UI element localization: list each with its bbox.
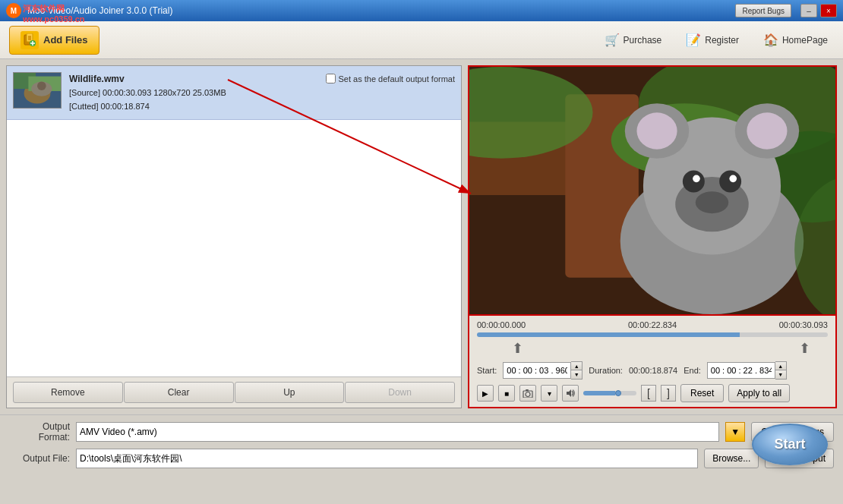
file-source: [Source] 00:00:30.093 1280x720 25.03MB xyxy=(69,87,318,100)
register-icon: 📝 xyxy=(686,33,701,48)
output-file-row: Output File: Browse... Open Output xyxy=(9,449,834,468)
start-button[interactable]: Start xyxy=(752,424,828,465)
video-preview xyxy=(468,65,837,316)
start-time-down[interactable]: ▼ xyxy=(571,370,582,379)
close-button[interactable]: × xyxy=(820,4,837,17)
playback-controls: ▶ ■ ▾ xyxy=(477,384,828,402)
homepage-icon: 🏠 xyxy=(763,33,778,48)
start-time-input-group[interactable]: ▲ ▼ xyxy=(503,361,583,380)
bracket-right-button[interactable]: ] xyxy=(661,385,676,402)
remove-button[interactable]: Remove xyxy=(13,382,123,403)
trim-handles: ⬆ ⬆ xyxy=(477,340,828,357)
video-frame xyxy=(469,67,835,314)
main-content: Wildlife.wmv [Source] 00:00:30.093 1280x… xyxy=(0,59,843,414)
toolbar: Add Files 🛒 Purchase 📝 Register 🏠 HomePa… xyxy=(0,21,843,59)
file-list-buttons: Remove Clear Up Down xyxy=(7,376,461,408)
controls-area: 00:00:00.000 00:00:22.834 00:00:30.093 ⬆… xyxy=(468,316,837,408)
start-label: Start: xyxy=(477,366,497,375)
end-time-input[interactable] xyxy=(707,362,775,379)
app-title: Moo Video/Audio Joiner 3.0.0 (Trial) xyxy=(27,5,172,16)
svg-point-30 xyxy=(729,175,737,182)
purchase-label: Purchase xyxy=(624,35,662,46)
file-name: Wildlife.wmv xyxy=(69,72,318,87)
volume-slider[interactable] xyxy=(583,391,636,395)
report-bugs-button[interactable]: Report Bugs xyxy=(735,4,791,17)
timeline-mid: 00:00:22.834 xyxy=(628,320,677,329)
file-thumbnail xyxy=(13,72,62,109)
svg-point-31 xyxy=(696,191,728,213)
timeline-bar[interactable] xyxy=(477,332,828,337)
start-button-area: Start xyxy=(752,424,828,465)
default-format-checkbox[interactable] xyxy=(326,74,336,83)
left-trim-handle[interactable]: ⬆ xyxy=(512,340,523,357)
homepage-button[interactable]: 🏠 HomePage xyxy=(757,30,834,51)
toolbar-right: 🛒 Purchase 📝 Register 🏠 HomePage xyxy=(598,30,834,51)
file-list-area[interactable]: Wildlife.wmv [Source] 00:00:30.093 1280x… xyxy=(7,66,461,376)
output-file-input[interactable] xyxy=(76,449,698,468)
homepage-label: HomePage xyxy=(782,35,828,46)
svg-point-27 xyxy=(683,170,705,192)
svg-marker-37 xyxy=(567,389,571,397)
right-trim-handle[interactable]: ⬆ xyxy=(799,340,810,357)
file-cutted: [Cutted] 00:00:18.874 xyxy=(69,100,318,114)
browse-button[interactable]: Browse... xyxy=(704,449,759,468)
purchase-button[interactable]: 🛒 Purchase xyxy=(598,30,668,51)
file-info: Wildlife.wmv [Source] 00:00:30.093 1280x… xyxy=(69,72,318,113)
minimize-button[interactable]: – xyxy=(800,4,817,17)
app-logo: M xyxy=(6,3,21,18)
end-time-spinners[interactable]: ▲ ▼ xyxy=(775,361,787,380)
timeline-start: 00:00:00.000 xyxy=(477,320,526,329)
play-button[interactable]: ▶ xyxy=(477,385,494,402)
snapshot-button[interactable] xyxy=(519,385,536,402)
file-list-panel: Wildlife.wmv [Source] 00:00:30.093 1280x… xyxy=(6,65,462,408)
output-format-input[interactable] xyxy=(76,422,719,442)
file-checkbox-area: Set as the default output format xyxy=(326,74,455,83)
bracket-left-button[interactable]: [ xyxy=(641,385,656,402)
purchase-icon: 🛒 xyxy=(605,33,620,48)
start-time-spinners[interactable]: ▲ ▼ xyxy=(571,361,583,380)
start-time-up[interactable]: ▲ xyxy=(571,362,582,370)
register-button[interactable]: 📝 Register xyxy=(680,30,745,51)
duration-label: Duration: xyxy=(589,366,623,375)
volume-button[interactable] xyxy=(562,385,579,402)
reset-button[interactable]: Reset xyxy=(680,384,724,402)
timeline-row: 00:00:00.000 00:00:22.834 00:00:30.093 xyxy=(477,320,828,329)
svg-point-13 xyxy=(37,81,46,90)
list-item[interactable]: Wildlife.wmv [Source] 00:00:30.093 1280x… xyxy=(7,66,461,120)
add-files-label: Add Files xyxy=(43,34,88,46)
format-dropdown-button[interactable]: ▼ xyxy=(725,422,745,442)
down-button[interactable]: Down xyxy=(345,382,455,403)
title-bar-left: M Moo Video/Audio Joiner 3.0.0 (Trial) xyxy=(6,3,172,18)
video-panel: 00:00:00.000 00:00:22.834 00:00:30.093 ⬆… xyxy=(468,65,837,408)
title-bar: M Moo Video/Audio Joiner 3.0.0 (Trial) R… xyxy=(0,0,843,21)
svg-rect-36 xyxy=(526,389,529,391)
dropdown-button[interactable]: ▾ xyxy=(541,385,557,402)
output-format-label: Output Format: xyxy=(9,421,70,443)
add-files-icon xyxy=(21,31,39,49)
stop-button[interactable]: ■ xyxy=(498,385,515,402)
add-files-button[interactable]: Add Files xyxy=(9,26,99,55)
output-format-row: Output Format: ▼ Output Settings xyxy=(9,421,834,443)
bottom-area: Output Format: ▼ Output Settings Output … xyxy=(0,414,843,480)
svg-point-35 xyxy=(526,392,530,397)
svg-point-25 xyxy=(747,112,787,149)
end-time-up[interactable]: ▲ xyxy=(775,362,786,370)
svg-point-28 xyxy=(719,170,741,192)
svg-point-24 xyxy=(636,112,677,149)
apply-all-button[interactable]: Apply to all xyxy=(728,384,790,402)
duration-value: 00:00:18.874 xyxy=(629,366,677,375)
timeline-end: 00:00:30.093 xyxy=(779,320,828,329)
default-format-label: Set as the default output format xyxy=(339,74,455,83)
clear-button[interactable]: Clear xyxy=(124,382,234,403)
end-time-down[interactable]: ▼ xyxy=(775,370,786,379)
end-label: End: xyxy=(684,366,701,375)
end-time-input-group[interactable]: ▲ ▼ xyxy=(707,361,787,380)
toolbar-left: Add Files xyxy=(9,26,99,55)
output-file-label: Output File: xyxy=(9,453,70,464)
register-label: Register xyxy=(705,35,739,46)
svg-point-29 xyxy=(693,175,700,182)
start-time-input[interactable] xyxy=(503,362,571,379)
time-controls: Start: ▲ ▼ Duration: 00:00:18.874 End: xyxy=(477,361,828,380)
up-button[interactable]: Up xyxy=(235,382,345,403)
title-bar-controls: Report Bugs – × xyxy=(735,4,837,17)
